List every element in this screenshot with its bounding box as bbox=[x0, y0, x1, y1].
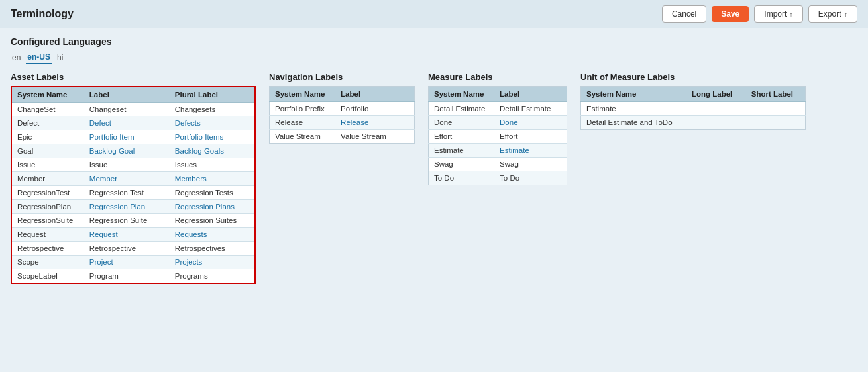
top-actions: Cancel Save Import Export bbox=[662, 5, 857, 23]
asset-plural-label: Issues bbox=[170, 158, 255, 172]
uom-long-label bbox=[686, 116, 746, 130]
asset-label: Changeset bbox=[84, 103, 170, 116]
nav-table-row: Portfolio Prefix Portfolio bbox=[270, 102, 415, 116]
asset-label[interactable]: Regression Plan bbox=[84, 200, 170, 214]
uom-system-name: Estimate bbox=[581, 102, 686, 116]
asset-labels-section: Asset Labels System Name Label Plural La… bbox=[11, 72, 256, 284]
asset-table-row: Issue Issue Issues bbox=[11, 158, 255, 172]
save-button[interactable]: Save bbox=[712, 6, 749, 22]
meas-label: To Do bbox=[494, 171, 567, 185]
asset-plural-label[interactable]: Regression Plans bbox=[170, 200, 255, 214]
asset-label: Issue bbox=[84, 158, 170, 172]
uom-labels-section: Unit of Measure Labels System Name Long … bbox=[580, 72, 806, 130]
meas-col-label: Label bbox=[494, 87, 567, 102]
meas-system-name: Estimate bbox=[429, 144, 495, 158]
asset-plural-label[interactable]: Backlog Goals bbox=[170, 144, 255, 158]
meas-label: Effort bbox=[494, 130, 567, 144]
meas-label: Swag bbox=[494, 158, 567, 171]
nav-system-name: Value Stream bbox=[270, 130, 336, 144]
measure-table-row: Done Done bbox=[429, 116, 567, 130]
nav-label: Value Stream bbox=[335, 130, 414, 144]
tab-en-us[interactable]: en-US bbox=[26, 51, 52, 64]
navigation-labels-title: Navigation Labels bbox=[269, 72, 415, 82]
asset-col-system: System Name bbox=[11, 87, 84, 103]
meas-system-name: To Do bbox=[429, 171, 495, 185]
meas-system-name: Done bbox=[429, 116, 495, 130]
nav-label[interactable]: Release bbox=[335, 116, 414, 130]
meas-label: Detail Estimate bbox=[494, 102, 567, 116]
measure-labels-section: Measure Labels System Name Label Detail … bbox=[428, 72, 567, 185]
asset-label[interactable]: Portfolio Item bbox=[84, 130, 170, 144]
asset-table-row: RegressionTest Regression Test Regressio… bbox=[11, 186, 255, 200]
meas-label[interactable]: Estimate bbox=[494, 144, 567, 158]
uom-labels-table: System Name Long Label Short Label Estim… bbox=[580, 86, 806, 130]
asset-plural-label[interactable]: Projects bbox=[170, 256, 255, 269]
import-button[interactable]: Import bbox=[754, 5, 803, 23]
asset-system-name: Request bbox=[11, 228, 84, 242]
navigation-labels-section: Navigation Labels System Name Label Port… bbox=[269, 72, 415, 144]
asset-col-plural: Plural Label bbox=[170, 87, 255, 103]
asset-table-row: Epic Portfolio Item Portfolio Items bbox=[11, 130, 255, 144]
meas-label[interactable]: Done bbox=[494, 116, 567, 130]
asset-label[interactable]: Backlog Goal bbox=[84, 144, 170, 158]
asset-plural-label: Programs bbox=[170, 269, 255, 284]
measure-labels-title: Measure Labels bbox=[428, 72, 567, 82]
measure-table-row: Swag Swag bbox=[429, 158, 567, 171]
asset-system-name: Member bbox=[11, 172, 84, 186]
asset-labels-table: System Name Label Plural Label ChangeSet… bbox=[11, 86, 256, 284]
measure-table-row: Detail Estimate Detail Estimate bbox=[429, 102, 567, 116]
asset-table-row: ChangeSet Changeset Changesets bbox=[11, 103, 255, 116]
uom-short-label bbox=[746, 102, 806, 116]
asset-plural-label: Retrospectives bbox=[170, 242, 255, 256]
asset-system-name: RegressionTest bbox=[11, 186, 84, 200]
asset-system-name: Epic bbox=[11, 130, 84, 144]
asset-label: Regression Test bbox=[84, 186, 170, 200]
export-arrow-icon bbox=[844, 9, 848, 19]
meas-system-name: Effort bbox=[429, 130, 495, 144]
asset-plural-label: Changesets bbox=[170, 103, 255, 116]
tab-hi[interactable]: hi bbox=[56, 52, 64, 64]
asset-system-name: RegressionSuite bbox=[11, 214, 84, 228]
nav-table-row: Release Release bbox=[270, 116, 415, 130]
asset-table-row: Scope Project Projects bbox=[11, 256, 255, 269]
meas-system-name: Swag bbox=[429, 158, 495, 171]
asset-label[interactable]: Project bbox=[84, 256, 170, 269]
tab-en[interactable]: en bbox=[11, 52, 22, 64]
asset-system-name: Defect bbox=[11, 116, 84, 130]
asset-system-name: ChangeSet bbox=[11, 103, 84, 116]
asset-system-name: RegressionPlan bbox=[11, 200, 84, 214]
export-button[interactable]: Export bbox=[808, 5, 857, 23]
uom-system-name: Detail Estimate and ToDo bbox=[581, 116, 686, 130]
asset-system-name: Retrospective bbox=[11, 242, 84, 256]
asset-system-name: Issue bbox=[11, 158, 84, 172]
asset-plural-label: Regression Tests bbox=[170, 186, 255, 200]
cancel-button[interactable]: Cancel bbox=[662, 5, 706, 23]
asset-plural-label[interactable]: Requests bbox=[170, 228, 255, 242]
nav-system-name: Release bbox=[270, 116, 336, 130]
measure-table-row: To Do To Do bbox=[429, 171, 567, 185]
navigation-labels-table: System Name Label Portfolio Prefix Portf… bbox=[269, 86, 415, 144]
asset-label[interactable]: Defect bbox=[84, 116, 170, 130]
asset-table-row: Member Member Members bbox=[11, 172, 255, 186]
uom-col-long: Long Label bbox=[686, 87, 746, 102]
asset-label[interactable]: Request bbox=[84, 228, 170, 242]
asset-system-name: Scope bbox=[11, 256, 84, 269]
configured-languages-title: Configured Languages bbox=[11, 36, 857, 47]
asset-system-name: Goal bbox=[11, 144, 84, 158]
asset-label[interactable]: Member bbox=[84, 172, 170, 186]
asset-plural-label: Regression Suites bbox=[170, 214, 255, 228]
uom-short-label bbox=[746, 116, 806, 130]
import-arrow-icon bbox=[789, 9, 793, 19]
nav-table-row: Value Stream Value Stream bbox=[270, 130, 415, 144]
nav-col-label: Label bbox=[335, 87, 414, 102]
asset-plural-label[interactable]: Portfolio Items bbox=[170, 130, 255, 144]
asset-plural-label[interactable]: Members bbox=[170, 172, 255, 186]
asset-table-row: Request Request Requests bbox=[11, 228, 255, 242]
asset-system-name: ScopeLabel bbox=[11, 269, 84, 284]
asset-col-label: Label bbox=[84, 87, 170, 103]
uom-table-row: Estimate bbox=[581, 102, 806, 116]
asset-plural-label[interactable]: Defects bbox=[170, 116, 255, 130]
nav-system-name: Portfolio Prefix bbox=[270, 102, 336, 116]
uom-long-label bbox=[686, 102, 746, 116]
asset-label: Retrospective bbox=[84, 242, 170, 256]
